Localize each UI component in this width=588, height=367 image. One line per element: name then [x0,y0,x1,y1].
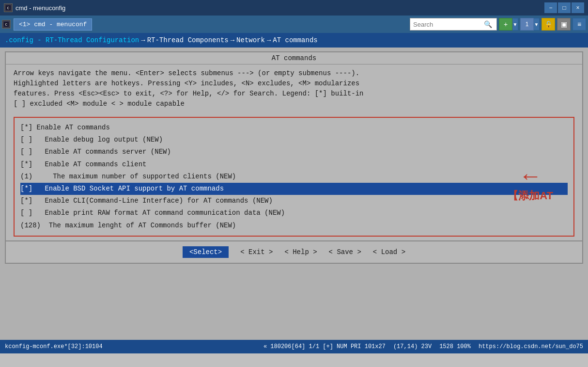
menu-item[interactable]: [*] Enable AT commands client [20,159,568,171]
menu-item[interactable]: [*] Enable BSD Socket API support by AT … [20,183,568,195]
menu-item[interactable]: (128) The maximum lenght of AT Commonds … [20,220,568,232]
menu-area[interactable]: [*] Enable AT commands[ ] Enable debug l… [14,117,574,237]
number-dropdown[interactable]: ▼ [534,18,540,31]
menu-item[interactable]: [*] Enable CLI(Command-Line Interface) f… [20,195,568,207]
breadcrumb-item-2: Network [236,36,265,44]
second-bar: C <1> cmd - menuconf 🔍 + ▼ 1 ▼ 🔒 ▣ ≡ [0,16,588,33]
status-middle: « 180206[64] 1/1 [+] NUM PRI 101x27 [263,343,386,350]
search-box[interactable]: 🔍 [410,18,497,31]
menu-button[interactable]: ≡ [573,18,586,31]
search-button[interactable]: 🔍 [483,19,493,29]
search-input[interactable] [413,21,481,28]
svg-text:C: C [7,6,10,10]
at-dialog: AT commands Arrow keys navigate the menu… [5,51,583,264]
select-button[interactable]: <Select> [183,246,229,258]
help-line-2: Highlighted letters are hotkeys. Pressin… [14,79,574,89]
breadcrumb-config: .config - RT-Thread Configuration [5,36,139,44]
title-bar-controls: − □ × [544,2,584,13]
content-area: AT commands Arrow keys navigate the menu… [0,48,588,264]
breadcrumb-item-3: AT commands [273,36,317,44]
status-size: 1528 100% [439,343,471,350]
breadcrumb-arrow-3: → [267,36,271,44]
pane-button[interactable]: ▣ [557,18,571,31]
status-pos: (17,14) 23V [393,343,432,350]
annotation-text: 【添加AT [508,189,553,203]
number-button[interactable]: 1 [520,18,534,31]
second-bar-left: C <1> cmd - menuconf [2,18,92,31]
close-button[interactable]: × [572,2,584,13]
help-line-4: [ ] excluded <M> module < > module capab… [14,99,574,109]
add-dropdown[interactable]: ▼ [512,18,518,31]
lock-button[interactable]: 🔒 [542,18,555,31]
bottom-bar: <Select> < Exit > < Help > < Save > < Lo… [6,240,582,263]
help-line-1: Arrow keys navigate the menu. <Enter> se… [14,68,574,79]
title-bar-left: C cmd - menuconfig [4,3,65,12]
second-bar-right: 🔍 + ▼ 1 ▼ 🔒 ▣ ≡ [410,18,586,31]
status-left: kconfig-mconf.exe*[32]:10104 [5,343,103,350]
dialog-title: AT commands [6,52,582,64]
status-url: https://blog.csdn.net/sun_do75 [479,343,583,350]
load-button[interactable]: < Load > [373,248,405,256]
menu-item[interactable]: [ ] Enable AT commands server (NEW) [20,146,568,158]
breadcrumb-item-1: RT-Thread Components [147,36,229,44]
exit-button[interactable]: < Exit > [240,248,273,256]
menu-item[interactable]: [*] Enable AT commands [20,122,568,134]
breadcrumb-bar: .config - RT-Thread Configuration → RT-T… [0,33,588,48]
status-right: « 180206[64] 1/1 [+] NUM PRI 101x27 (17,… [263,343,583,350]
add-button[interactable]: + [499,18,512,31]
maximize-button[interactable]: □ [558,2,571,13]
help-button[interactable]: < Help > [284,248,317,256]
menu-item[interactable]: [ ] Enable print RAW format AT command c… [20,207,568,219]
title-bar: C cmd - menuconfig − □ × [0,0,588,16]
save-button[interactable]: < Save > [329,248,361,256]
help-line-3: features. Press <Esc><Esc> to exit, <?> … [14,89,574,99]
tab-icon: C [2,20,11,29]
dialog-body: Arrow keys navigate the menu. <Enter> se… [6,64,582,113]
window-title: cmd - menuconfig [15,4,65,12]
breadcrumb-arrow-1: → [141,36,145,44]
title-bar-icon: C [4,3,13,12]
menu-item[interactable]: [ ] Enable debug log output (NEW) [20,134,568,146]
breadcrumb-arrow-2: → [231,36,234,44]
minimize-button[interactable]: − [544,2,557,13]
svg-text:C: C [5,22,8,27]
status-bar: kconfig-mconf.exe*[32]:10104 « 180206[64… [0,340,588,353]
main-wrapper: AT commands Arrow keys navigate the menu… [0,48,588,353]
menu-item[interactable]: (1) The maximum number of supported clie… [20,171,568,183]
annotation-arrow: ← [524,165,538,189]
tab-text[interactable]: <1> cmd - menuconf [14,18,92,31]
annotation: ← 【添加AT [508,165,553,203]
